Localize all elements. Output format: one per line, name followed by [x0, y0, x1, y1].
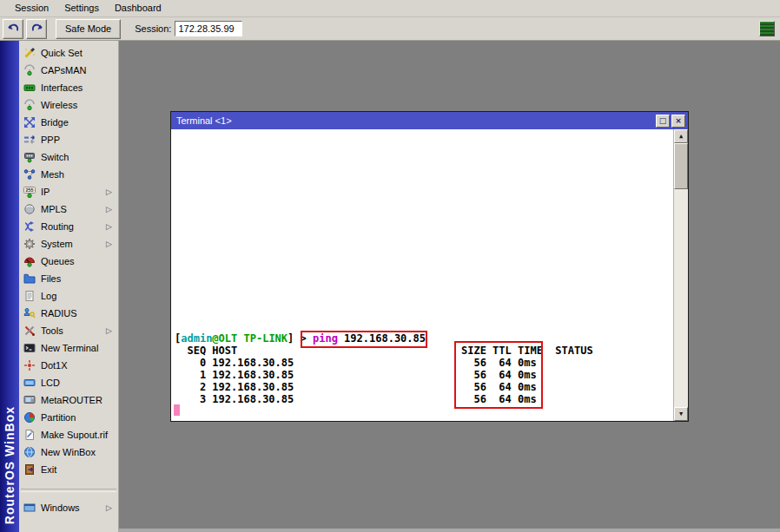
sidebar-item-label: Interfaces [41, 82, 118, 93]
sidebar-item-wireless[interactable]: Wireless [19, 96, 118, 114]
prompt-host: @OLT TP-LINK [212, 332, 288, 345]
sidebar-item-new-terminal[interactable]: New Terminal [19, 339, 118, 357]
mesh-nodes-icon [23, 168, 36, 181]
connection-indicator-icon [759, 21, 775, 36]
sidebar-item-label: MPLS [41, 204, 106, 214]
terminal-content[interactable]: [admin@OLT TP-LINK] > ping 192.168.30.85… [171, 129, 688, 421]
scroll-up-icon: ▲ [679, 133, 683, 140]
sidebar-item-mesh[interactable]: Mesh [19, 166, 118, 183]
submenu-arrow-icon: ▷ [106, 503, 118, 512]
sidebar-item-exit[interactable]: Exit [19, 461, 118, 478]
sidebar-item-label: Wireless [41, 100, 118, 110]
sidebar-item-label: Quick Set [41, 48, 118, 58]
sidebar-item-label: New Terminal [41, 343, 118, 353]
scrollbar-thumb[interactable] [674, 143, 688, 189]
sidebar-item-bridge[interactable]: Bridge [19, 114, 118, 131]
sidebar-item-queues[interactable]: Queues [19, 253, 118, 270]
sidebar-item-capsman[interactable]: CAPsMAN [19, 62, 118, 79]
magic-wand-icon [23, 47, 36, 60]
scroll-up-button[interactable]: ▲ [674, 129, 688, 143]
close-button[interactable]: × [671, 115, 685, 128]
sidebar-item-log[interactable]: Log [19, 287, 118, 305]
brand-strip: RouterOS WinBox [0, 41, 19, 532]
sidebar-item-tools[interactable]: Tools ▷ [19, 322, 118, 339]
sidebar-item-windows[interactable]: Windows ▷ [19, 499, 118, 516]
sidebar-item-interfaces[interactable]: Interfaces [19, 79, 118, 96]
antenna-icon [23, 64, 36, 77]
ping-header-left: SEQ HOST [175, 345, 237, 357]
terminal-title: Terminal <1> [176, 115, 656, 126]
safe-mode-button[interactable]: Safe Mode [56, 19, 121, 39]
sidebar-item-label: Files [41, 273, 118, 284]
mdi-bottom-bevel [119, 529, 780, 532]
sidebar-item-switch[interactable]: Switch [19, 148, 118, 166]
sidebar-item-make-supout[interactable]: Make Supout.rif [19, 426, 118, 443]
redo-icon [30, 22, 43, 36]
window-frame-icon [23, 502, 36, 515]
globe-icon [23, 446, 36, 459]
sidebar-item-label: Bridge [41, 117, 118, 128]
exit-door-icon [23, 463, 36, 476]
sidebar-item-radius[interactable]: RADIUS [19, 305, 118, 322]
pie-disk-icon [23, 411, 36, 424]
sidebar-item-mpls[interactable]: MPLS ▷ [19, 200, 118, 218]
redo-button[interactable] [26, 19, 47, 39]
terminal-window: Terminal <1> □ × [admin@OLT TP-LINK] > p… [170, 111, 689, 422]
sidebar-item-metarouter[interactable]: MetaROUTER [19, 391, 118, 409]
ppp-links-icon [23, 134, 36, 147]
annotation-box-command [301, 331, 427, 348]
sidebar-item-dot1x[interactable]: Dot1X [19, 357, 118, 374]
submenu-arrow-icon: ▷ [106, 326, 118, 335]
sidebar-item-label: Exit [41, 464, 118, 475]
menu-session[interactable]: Session [7, 1, 56, 16]
annotation-box-ping-results [454, 341, 543, 409]
prompt-user: admin [181, 332, 212, 345]
folder-icon [23, 273, 36, 286]
undo-button[interactable] [3, 19, 23, 39]
sidebar-item-ip[interactable]: 255 IP ▷ [19, 183, 118, 200]
sidebar-item-label: Windows [41, 502, 106, 513]
sidebar-item-label: RADIUS [41, 308, 118, 319]
sidebar-item-label: Mesh [41, 169, 118, 180]
sidebar-item-label: Dot1X [41, 360, 118, 371]
maximize-button[interactable]: □ [656, 115, 670, 128]
undo-icon [7, 22, 20, 36]
sidebar-item-quick-set[interactable]: Quick Set [19, 44, 118, 62]
sidebar: Quick Set CAPsMAN Interfaces Wireless Br… [19, 41, 119, 532]
terminal-titlebar[interactable]: Terminal <1> □ × [171, 112, 688, 129]
sidebar-item-label: New WinBox [41, 447, 118, 457]
interface-card-icon [23, 82, 36, 95]
sidebar-item-new-winbox[interactable]: New WinBox [19, 443, 118, 461]
sidebar-item-files[interactable]: Files [19, 270, 118, 287]
sidebar-item-partition[interactable]: Partition [19, 409, 118, 426]
submenu-arrow-icon: ▷ [106, 205, 118, 213]
sidebar-item-label: PPP [41, 135, 118, 145]
terminal-scrollbar[interactable]: ▲ ▼ [673, 129, 688, 421]
sphere-icon [23, 203, 36, 216]
sidebar-item-lcd[interactable]: LCD [19, 374, 118, 391]
lcd-screen-icon [23, 377, 36, 390]
sidebar-item-ppp[interactable]: PPP [19, 131, 118, 148]
winbox-app: { "menubar": { "items": [ {"label": "Ses… [0, 0, 780, 532]
ping-row-host: 1 192.168.30.85 [175, 369, 294, 381]
svg-text:255: 255 [25, 187, 33, 193]
sidebar-item-routing[interactable]: Routing ▷ [19, 218, 118, 235]
menu-settings[interactable]: Settings [56, 1, 107, 16]
gauge-icon [23, 255, 36, 268]
sidebar-item-label: Tools [41, 325, 106, 336]
document-pen-icon [23, 429, 36, 442]
close-icon: × [675, 117, 682, 125]
scroll-down-button[interactable]: ▼ [674, 407, 688, 421]
crosshair-icon [23, 359, 36, 372]
ping-row-host: 3 192.168.30.85 [175, 393, 294, 405]
sidebar-item-label: MetaROUTER [41, 395, 118, 405]
sidebar-item-label: Queues [41, 256, 118, 266]
ping-row-host: 0 192.168.30.85 [175, 357, 294, 369]
session-input[interactable] [175, 21, 242, 36]
sidebar-divider [21, 489, 116, 492]
sidebar-item-system[interactable]: System ▷ [19, 235, 118, 253]
menu-dashboard[interactable]: Dashboard [107, 1, 169, 16]
sidebar-item-label: Partition [41, 412, 118, 423]
sidebar-item-label: Switch [41, 152, 118, 162]
terminal-screen-icon [23, 342, 36, 355]
